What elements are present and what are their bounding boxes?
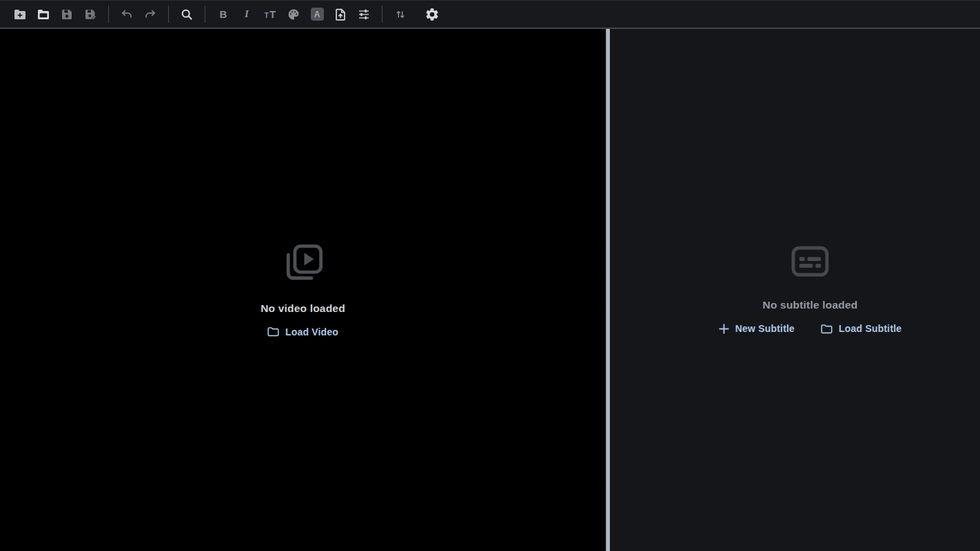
arrows-up-down-icon — [394, 8, 407, 21]
toolbar: B I TT A — [0, 0, 980, 29]
save-as-button[interactable] — [80, 4, 101, 25]
adjustments-button[interactable] — [354, 4, 374, 25]
toolbar-separator — [205, 6, 205, 23]
load-subtitle-label: Load Subtitle — [839, 323, 901, 334]
sort-button[interactable] — [390, 4, 411, 25]
toolbar-separator — [108, 6, 109, 23]
sliders-icon — [357, 8, 371, 21]
folder-plus-icon — [13, 8, 27, 21]
bold-icon: B — [220, 9, 227, 19]
new-subtitle-label: New Subtitle — [735, 323, 795, 334]
new-subtitle-button[interactable]: New Subtitle — [719, 323, 795, 334]
toolbar-separator — [382, 6, 382, 23]
folder-open-icon — [37, 8, 50, 21]
save-button[interactable] — [57, 4, 77, 25]
undo-button[interactable] — [116, 4, 137, 25]
video-empty-title: No video loaded — [261, 302, 345, 315]
font-size-button[interactable]: TT — [260, 4, 280, 25]
subtitle-actions: New Subtitle Load Subtitle — [719, 323, 902, 334]
save-edit-icon — [83, 8, 97, 21]
subtitle-panel: No subtitle loaded New Subtitle Load Sub… — [610, 29, 980, 551]
palette-icon — [287, 8, 300, 21]
video-panel: No video loaded Load Video — [0, 29, 606, 551]
gear-icon — [425, 7, 440, 22]
load-video-button[interactable]: Load Video — [267, 326, 338, 337]
subtitle-empty-state: No subtitle loaded New Subtitle Load Sub… — [688, 246, 902, 334]
text-background-button[interactable]: A — [307, 4, 327, 25]
folder-icon — [267, 326, 279, 337]
redo-icon — [143, 8, 157, 21]
video-library-icon — [283, 243, 323, 283]
video-empty-state: No video loaded Load Video — [261, 243, 345, 337]
load-subtitle-button[interactable]: Load Subtitle — [821, 323, 901, 334]
italic-button[interactable]: I — [236, 4, 257, 25]
search-button[interactable] — [176, 4, 197, 25]
plus-icon — [719, 324, 729, 334]
search-icon — [180, 8, 194, 21]
main-area: No video loaded Load Video No subtitle l… — [0, 29, 980, 551]
undo-icon — [120, 8, 134, 21]
save-icon — [60, 8, 74, 21]
new-project-button[interactable] — [10, 4, 30, 25]
italic-icon: I — [245, 9, 249, 19]
bold-button[interactable]: B — [213, 4, 234, 25]
folder-icon — [821, 324, 833, 334]
toolbar-separator — [168, 6, 169, 23]
text-color-button[interactable] — [283, 4, 304, 25]
import-export-button[interactable] — [330, 4, 351, 25]
settings-button[interactable] — [422, 4, 442, 25]
load-video-label: Load Video — [285, 326, 338, 337]
subtitles-icon — [791, 246, 829, 277]
open-button[interactable] — [33, 4, 54, 25]
letter-box-icon: A — [311, 8, 324, 21]
file-up-icon — [334, 8, 347, 21]
subtitle-empty-title: No subtitle loaded — [763, 299, 858, 311]
font-size-icon: TT — [265, 9, 276, 19]
redo-button[interactable] — [140, 4, 161, 25]
